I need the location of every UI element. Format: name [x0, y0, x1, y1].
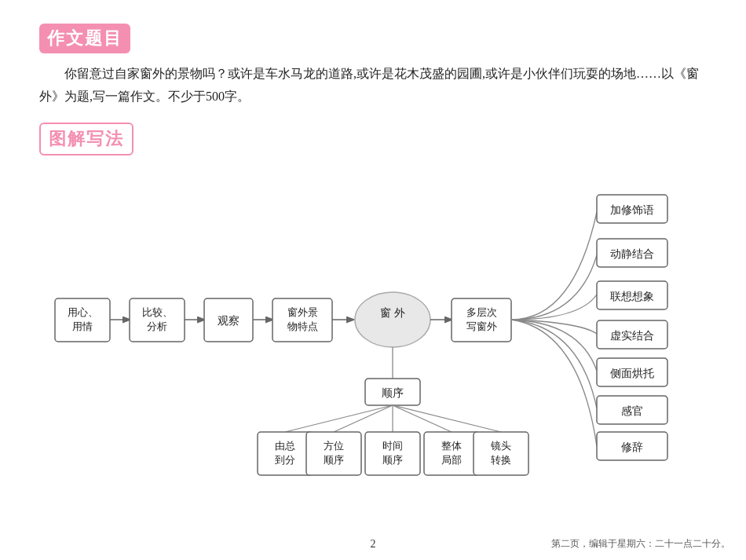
svg-text:转换: 转换	[491, 454, 511, 466]
svg-text:局部: 局部	[441, 454, 462, 466]
svg-text:整体: 整体	[441, 440, 462, 452]
diagram-area: 用心、 用情 比较、 分析 观察 窗外景 物特点 窗 外	[39, 165, 715, 495]
svg-text:动静结合: 动静结合	[610, 248, 654, 260]
diagram-svg: 用心、 用情 比较、 分析 观察 窗外景 物特点 窗 外	[39, 165, 715, 495]
svg-line-38	[285, 405, 393, 432]
svg-text:顺序: 顺序	[382, 454, 403, 466]
diagram-badge-text: 图解写法	[49, 127, 124, 151]
svg-text:到分: 到分	[275, 454, 295, 466]
svg-text:虚实结合: 虚实结合	[610, 330, 654, 342]
svg-text:由总: 由总	[275, 440, 295, 452]
svg-text:侧面烘托: 侧面烘托	[610, 368, 654, 379]
svg-text:镜头: 镜头	[490, 440, 511, 452]
intro-text: 你留意过自家窗外的景物吗？或许是车水马龙的道路,或许是花木茂盛的园圃,或许是小伙…	[39, 63, 707, 108]
page: 作文题目 你留意过自家窗外的景物吗？或许是车水马龙的道路,或许是花木茂盛的园圃,…	[0, 0, 746, 560]
footer-text: 第二页，编辑于星期六：二十一点二十分。	[551, 537, 730, 551]
svg-text:物特点: 物特点	[287, 320, 318, 332]
svg-line-41	[393, 405, 452, 432]
svg-text:用情: 用情	[72, 320, 93, 332]
svg-text:分析: 分析	[147, 320, 167, 332]
svg-text:用心、: 用心、	[68, 306, 98, 318]
svg-text:顺序: 顺序	[382, 387, 404, 399]
svg-text:时间: 时间	[382, 440, 403, 452]
svg-text:方位: 方位	[324, 440, 344, 452]
title-badge: 作文题目	[39, 24, 130, 53]
svg-line-42	[393, 405, 501, 432]
diagram-badge: 图解写法	[39, 123, 133, 156]
svg-text:写窗外: 写窗外	[466, 320, 497, 332]
page-number: 2	[371, 538, 376, 551]
svg-text:修辞: 修辞	[621, 441, 643, 453]
svg-text:比较、: 比较、	[142, 306, 173, 318]
svg-text:多层次: 多层次	[466, 306, 497, 318]
svg-text:窗外景: 窗外景	[287, 306, 318, 318]
svg-text:顺序: 顺序	[324, 454, 344, 466]
svg-line-39	[334, 405, 393, 432]
svg-text:窗  外: 窗 外	[380, 307, 405, 319]
svg-text:联想想象: 联想想象	[610, 291, 654, 302]
svg-point-15	[355, 292, 430, 347]
svg-text:观察: 观察	[218, 315, 240, 327]
svg-text:感官: 感官	[621, 405, 643, 417]
svg-text:加修饰语: 加修饰语	[610, 204, 654, 216]
title-badge-text: 作文题目	[47, 27, 123, 50]
